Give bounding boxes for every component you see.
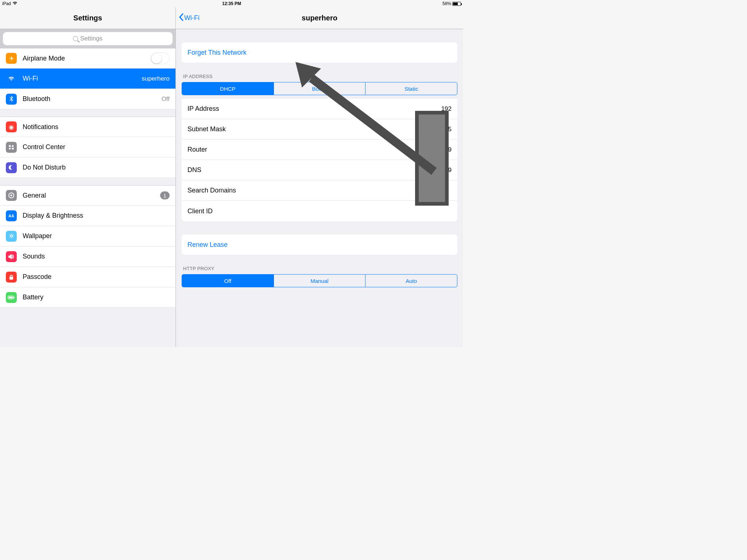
control-center-label: Control Center [23, 143, 170, 151]
sidebar-item-dnd[interactable]: Do Not Disturb [0, 158, 175, 178]
svg-line-11 [311, 78, 434, 171]
gear-icon [6, 190, 17, 201]
display-icon: AA [6, 210, 17, 221]
annotation-arrow-icon [295, 62, 449, 217]
wifi-label: Wi-Fi [23, 75, 142, 82]
detail-title: superhero [302, 14, 337, 22]
wallpaper-icon: ✲ [6, 231, 17, 242]
svg-rect-6 [9, 277, 13, 280]
notifications-label: Notifications [23, 123, 170, 131]
control-center-icon [6, 142, 17, 153]
airplane-toggle[interactable] [151, 52, 170, 64]
sidebar-item-battery[interactable]: Battery [0, 287, 175, 308]
bluetooth-label: Bluetooth [23, 95, 162, 103]
search-input[interactable]: Settings [3, 32, 173, 45]
notifications-icon: ◉ [6, 121, 17, 132]
general-badge: 1 [160, 191, 170, 199]
sidebar-item-airplane[interactable]: ✈ Airplane Mode [0, 48, 175, 69]
proxy-section-header: HTTP PROXY [176, 266, 463, 274]
dnd-label: Do Not Disturb [23, 164, 170, 171]
display-label: Display & Brightness [23, 212, 170, 219]
device-label: iPad [2, 1, 11, 6]
wallpaper-label: Wallpaper [23, 232, 170, 240]
svg-rect-2 [12, 148, 14, 149]
renew-label: Renew Lease [187, 241, 228, 249]
sidebar-item-display[interactable]: AA Display & Brightness [0, 206, 175, 226]
svg-rect-0 [9, 145, 11, 147]
sounds-icon [6, 251, 17, 262]
airplane-icon: ✈ [6, 53, 17, 64]
seg-proxy-auto[interactable]: Auto [365, 275, 457, 287]
search-icon [73, 36, 78, 41]
back-button[interactable]: Wi-Fi [179, 13, 200, 23]
seg-proxy-manual[interactable]: Manual [274, 275, 366, 287]
sounds-label: Sounds [23, 253, 170, 260]
svg-point-1 [12, 145, 14, 147]
forget-card: Forget This Network [182, 42, 457, 63]
seg-dhcp[interactable]: DHCP [182, 82, 274, 95]
sidebar-item-control-center[interactable]: Control Center [0, 137, 175, 158]
detail-nav: Wi-Fi superhero [176, 7, 463, 29]
chevron-left-icon [179, 13, 183, 23]
sidebar-item-wallpaper[interactable]: ✲ Wallpaper [0, 226, 175, 246]
battery-setting-icon [6, 292, 17, 303]
renew-lease-button[interactable]: Renew Lease [182, 234, 457, 255]
svg-point-3 [9, 148, 11, 149]
renew-card: Renew Lease [182, 234, 457, 255]
moon-icon [6, 162, 17, 173]
sidebar-item-wifi[interactable]: Wi-Fi superhero [0, 69, 175, 89]
search-placeholder: Settings [80, 35, 102, 42]
sidebar-item-bluetooth[interactable]: Bluetooth Off [0, 89, 175, 109]
proxy-mode-segment[interactable]: Off Manual Auto [182, 274, 457, 287]
sidebar-nav: Settings [0, 7, 175, 29]
status-time: 12:35 PM [222, 1, 241, 6]
sidebar-item-passcode[interactable]: Passcode [0, 267, 175, 287]
sidebar-title: Settings [73, 14, 102, 22]
forget-network-button[interactable]: Forget This Network [182, 42, 457, 63]
airplane-label: Airplane Mode [23, 55, 151, 62]
forget-label: Forget This Network [187, 49, 247, 57]
wifi-icon [6, 73, 17, 84]
sidebar-item-notifications[interactable]: ◉ Notifications [0, 117, 175, 137]
wifi-status-icon [12, 1, 18, 6]
bluetooth-icon [6, 94, 17, 105]
seg-proxy-off[interactable]: Off [182, 275, 274, 287]
wifi-value: superhero [142, 75, 170, 82]
status-bar: iPad 12:35 PM 58% [0, 0, 463, 7]
svg-rect-8 [14, 297, 15, 298]
battery-label: Battery [23, 293, 170, 301]
svg-rect-9 [9, 297, 13, 298]
sidebar-item-sounds[interactable]: Sounds [0, 246, 175, 267]
search-container: Settings [0, 29, 175, 48]
battery-percent: 58% [442, 1, 451, 6]
lock-icon [6, 272, 17, 283]
settings-sidebar: Settings Settings ✈ Airplane Mode Wi-Fi … [0, 7, 176, 347]
passcode-label: Passcode [23, 273, 170, 281]
general-label: General [23, 192, 160, 199]
bluetooth-value: Off [162, 96, 170, 103]
back-label: Wi-Fi [184, 14, 200, 22]
battery-icon [452, 2, 461, 6]
svg-point-5 [11, 195, 12, 197]
sidebar-item-general[interactable]: General 1 [0, 185, 175, 206]
